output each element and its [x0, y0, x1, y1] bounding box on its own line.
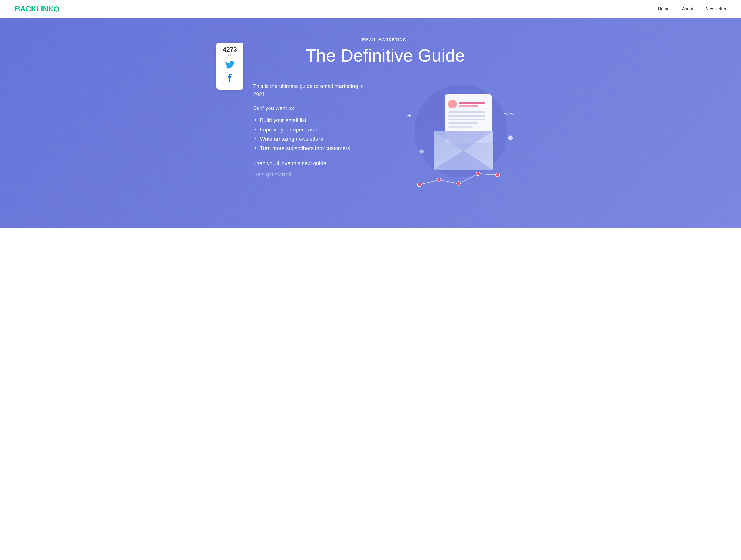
- chart-illustration: [414, 163, 508, 192]
- share-box: 4273 shares: [216, 43, 243, 90]
- share-label: shares: [221, 53, 239, 57]
- envelope-illustration: [427, 92, 500, 175]
- svg-point-11: [417, 183, 421, 187]
- svg-rect-5: [448, 115, 485, 117]
- svg-point-1: [448, 100, 457, 108]
- hero-subtitle: EMAIL MARKETING:: [253, 37, 517, 42]
- svg-rect-2: [459, 102, 485, 103]
- list-item-3: Write amazing newsletters: [253, 134, 376, 144]
- list-item-1: Build your email list: [253, 116, 376, 125]
- svg-rect-7: [448, 123, 478, 124]
- plus-icon: +: [407, 111, 412, 120]
- svg-rect-3: [459, 105, 478, 107]
- svg-rect-6: [448, 119, 485, 121]
- hero-section: 4273 shares EMAIL MARKETING: The: [0, 18, 741, 228]
- hero-content: EMAIL MARKETING: The Definitive Guide Th…: [253, 33, 517, 199]
- hero-inner: 4273 shares EMAIL MARKETING: The: [224, 33, 517, 199]
- hero-cta: Let's get started.: [253, 171, 376, 178]
- hero-divider: [275, 72, 495, 72]
- nav-item-home[interactable]: Home: [658, 6, 670, 11]
- newsletter-link[interactable]: Newsletter: [705, 6, 726, 11]
- nav-links: Home About Newsletter: [658, 6, 726, 11]
- navbar: BACKLINK Home About Newsletter: [0, 0, 741, 18]
- svg-point-15: [496, 173, 499, 177]
- nav-item-newsletter[interactable]: Newsletter: [705, 6, 726, 11]
- svg-rect-4: [448, 111, 485, 113]
- list-item-4: Turn more subscribers into customers: [253, 144, 376, 153]
- diamond-icon: [508, 135, 513, 141]
- facebook-icon: [226, 74, 234, 84]
- twitter-icon: [225, 61, 234, 71]
- hero-description: This is the ultimate guide to email mark…: [253, 82, 376, 98]
- svg-point-14: [476, 172, 480, 176]
- twitter-share-button[interactable]: [222, 60, 238, 72]
- hero-prompt: So if you want to:: [253, 105, 376, 111]
- logo-text: BACKLINK: [15, 4, 59, 13]
- logo[interactable]: BACKLINK: [15, 4, 59, 13]
- hero-body: This is the ultimate guide to email mark…: [253, 82, 517, 199]
- hero-left: This is the ultimate guide to email mark…: [253, 82, 376, 178]
- svg-point-13: [457, 181, 461, 185]
- list-item-2: Improve your open rates: [253, 125, 376, 134]
- facebook-share-button[interactable]: [222, 73, 238, 85]
- hero-title: The Definitive Guide: [253, 46, 517, 65]
- svg-rect-8: [448, 126, 473, 128]
- share-count: 4273: [221, 46, 239, 53]
- home-link[interactable]: Home: [658, 6, 670, 11]
- nav-item-about[interactable]: About: [682, 6, 693, 11]
- about-link[interactable]: About: [682, 6, 693, 11]
- hero-list: Build your email list Improve your open …: [253, 116, 376, 153]
- hero-illustration: + 〜〜: [400, 77, 517, 199]
- svg-point-12: [437, 178, 441, 182]
- hero-then: Then you'll love this new guide.: [253, 160, 376, 167]
- zigzag-icon: 〜〜: [503, 110, 515, 118]
